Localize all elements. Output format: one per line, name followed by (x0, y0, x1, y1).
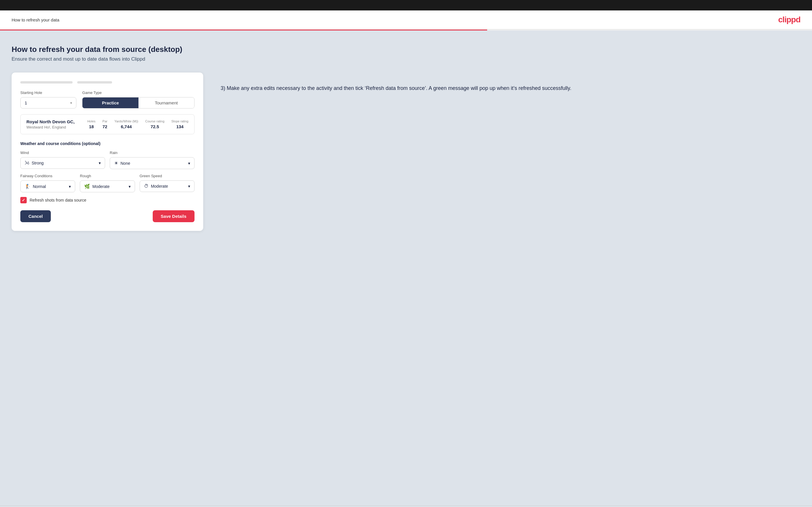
weather-section-title: Weather and course conditions (optional) (20, 141, 195, 146)
yards-value: 6,744 (114, 124, 138, 129)
course-rating-value: 72.5 (145, 124, 164, 129)
chevron-down-icon: ▾ (70, 101, 72, 105)
fairway-rough-green-row: Fairway Conditions 🏌Normal ▾ Rough 🌿Mode… (20, 174, 195, 192)
fairway-select[interactable]: 🏌Normal ▾ (20, 180, 75, 192)
holes-label: Holes (87, 119, 96, 123)
course-info-row: Royal North Devon GC, Westward Ho!, Engl… (20, 114, 195, 134)
header-title: How to refresh your data (12, 17, 59, 22)
refresh-label: Refresh shots from data source (30, 198, 86, 203)
wind-group: Wind 🌬Strong ▾ (20, 151, 105, 169)
slope-rating-label: Slope rating (171, 119, 189, 123)
content-area: Starting Hole 1 ▾ Game Type Practice Tou… (12, 72, 800, 231)
course-rating-label: Course rating (145, 119, 164, 123)
yards-label: Yards/White (M)) (114, 119, 138, 123)
rain-select[interactable]: ☀None ▾ (110, 157, 195, 169)
action-buttons: Cancel Save Details (20, 210, 195, 222)
wind-rain-row: Wind 🌬Strong ▾ Rain ☀None ▾ (20, 151, 195, 169)
starting-hole-group: Starting Hole 1 ▾ (20, 91, 77, 109)
form-card: Starting Hole 1 ▾ Game Type Practice Tou… (12, 72, 203, 231)
fairway-value: Normal (33, 184, 46, 189)
side-text-content: 3) Make any extra edits necessary to the… (221, 84, 800, 93)
green-speed-value: Moderate (151, 184, 168, 188)
course-stats: Holes 18 Par 72 Yards/White (M)) 6,744 C… (87, 119, 189, 129)
game-type-buttons: Practice Tournament (82, 97, 195, 109)
green-speed-label: Green Speed (140, 174, 195, 178)
header: How to refresh your data clippd (0, 10, 812, 30)
logo: clippd (778, 15, 800, 24)
rough-group: Rough 🌿Moderate ▾ (80, 174, 135, 192)
holes-value: 18 (87, 124, 96, 129)
wind-icon: 🌬 (25, 160, 29, 165)
slope-rating-value: 134 (171, 124, 189, 129)
footer: Copyright Clippd 2022 (0, 506, 812, 507)
fairway-group: Fairway Conditions 🏌Normal ▾ (20, 174, 75, 192)
game-type-label: Game Type (82, 91, 195, 95)
page-heading: How to refresh your data from source (de… (12, 45, 800, 54)
rough-select[interactable]: 🌿Moderate ▾ (80, 180, 135, 192)
tab-stub-2 (77, 81, 112, 83)
fairway-icon: 🏌 (25, 184, 31, 189)
rain-label: Rain (110, 151, 195, 155)
starting-hole-label: Starting Hole (20, 91, 77, 95)
tab-stub-1 (20, 81, 72, 83)
rain-icon: ☀ (114, 161, 118, 166)
side-text: 3) Make any extra edits necessary to the… (221, 72, 800, 93)
course-location: Westward Ho!, England (27, 125, 74, 129)
main-content: How to refresh your data from source (de… (0, 31, 812, 506)
wind-label: Wind (20, 151, 105, 155)
rough-icon: 🌿 (84, 184, 90, 189)
cancel-button[interactable]: Cancel (20, 210, 51, 222)
green-speed-icon: ⏱ (144, 184, 149, 188)
wind-value: Strong (32, 161, 44, 165)
starting-hole-select[interactable]: 1 ▾ (20, 97, 77, 109)
chevron-down-icon: ▾ (188, 184, 190, 188)
page-subheading: Ensure the correct and most up to date d… (12, 56, 800, 62)
refresh-checkbox[interactable] (20, 197, 27, 203)
par-stat: Par 72 (102, 119, 107, 129)
save-button[interactable]: Save Details (153, 210, 195, 222)
practice-button[interactable]: Practice (83, 98, 138, 108)
green-speed-group: Green Speed ⏱Moderate ▾ (140, 174, 195, 192)
game-type-group: Game Type Practice Tournament (82, 91, 195, 109)
fairway-label: Fairway Conditions (20, 174, 75, 178)
rough-value: Moderate (92, 184, 109, 189)
course-name: Royal North Devon GC, (27, 119, 74, 124)
rain-value: None (120, 161, 130, 166)
form-top-tabs (20, 81, 195, 83)
par-value: 72 (102, 124, 107, 129)
course-rating-stat: Course rating 72.5 (145, 119, 164, 129)
slope-rating-stat: Slope rating 134 (171, 119, 189, 129)
wind-select[interactable]: 🌬Strong ▾ (20, 157, 105, 169)
rough-label: Rough (80, 174, 135, 178)
chevron-down-icon: ▾ (69, 184, 71, 189)
rain-group: Rain ☀None ▾ (110, 151, 195, 169)
holes-stat: Holes 18 (87, 119, 96, 129)
chevron-down-icon: ▾ (188, 161, 190, 166)
yards-stat: Yards/White (M)) 6,744 (114, 119, 138, 129)
starting-hole-game-type-row: Starting Hole 1 ▾ Game Type Practice Tou… (20, 91, 195, 109)
starting-hole-value: 1 (25, 100, 27, 105)
green-speed-select[interactable]: ⏱Moderate ▾ (140, 180, 195, 192)
chevron-down-icon: ▾ (129, 184, 131, 189)
chevron-down-icon: ▾ (99, 161, 101, 165)
course-info-left: Royal North Devon GC, Westward Ho!, Engl… (27, 119, 74, 129)
par-label: Par (102, 119, 107, 123)
refresh-checkbox-row: Refresh shots from data source (20, 197, 195, 203)
tournament-button[interactable]: Tournament (139, 98, 194, 108)
